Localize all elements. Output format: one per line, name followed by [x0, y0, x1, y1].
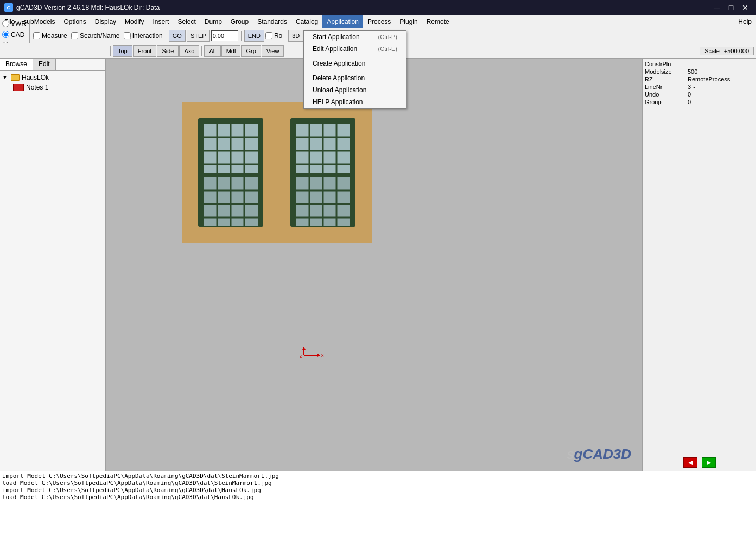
menu-modify[interactable]: Modify	[120, 15, 148, 28]
modelsize-label: Modelsize	[645, 68, 685, 75]
dd-edit-shortcut: (Ctrl-E)	[378, 46, 397, 52]
sep-v1	[110, 46, 111, 56]
menu-display[interactable]: Display	[91, 15, 120, 28]
ro-checkbox[interactable]	[265, 32, 272, 39]
modelsize-value: 500	[688, 68, 697, 75]
radio-vwr[interactable]	[2, 20, 9, 27]
menu-standards[interactable]: Standards	[253, 15, 291, 28]
dd-unload-application[interactable]: Unload Application	[304, 84, 406, 96]
titlebar: G gCAD3D Version 2.46.18 Mdl: HausLOk Di…	[0, 0, 756, 15]
group-value: 0	[688, 99, 691, 105]
axes-svg: z x	[298, 344, 326, 361]
radio-cad-label[interactable]: CAD	[2, 31, 26, 39]
dd-start-application[interactable]: Start Application (Ctrl-P)	[304, 31, 406, 43]
menu-dump[interactable]: Dump	[200, 15, 226, 28]
notes-icon-notes1	[13, 84, 24, 91]
forward-button[interactable]: ▶	[702, 457, 716, 468]
tab-browse[interactable]: Browse	[0, 59, 33, 70]
remoteprocess-label: RemoteProcess	[688, 76, 730, 82]
step-input[interactable]	[211, 30, 238, 41]
measure-checkbox-label[interactable]: Measure	[33, 32, 67, 40]
app-icon: G	[4, 3, 13, 12]
tree-item-notes1[interactable]: Notes 1	[2, 82, 103, 92]
dd-help-application[interactable]: HELP Application	[304, 96, 406, 108]
svg-text:z: z	[300, 353, 302, 359]
view-front-button[interactable]: Front	[133, 45, 157, 57]
title-left: G gCAD3D Version 2.46.18 Mdl: HausLOk Di…	[4, 3, 160, 12]
menu-help[interactable]: Help	[734, 15, 756, 28]
svg-text:x: x	[321, 353, 324, 358]
radio-cad[interactable]	[2, 31, 9, 38]
rpanel-nav-row: ◀ ▶	[645, 457, 754, 468]
viewport-area[interactable]: z x SgCAD3D	[106, 59, 642, 471]
view-mdl-button[interactable]: Mdl	[221, 45, 241, 57]
go-button[interactable]: GO	[169, 30, 186, 42]
right-panel: ConstrPln Modelsize 500 RZ RemoteProcess…	[642, 59, 756, 471]
interaction-checkbox[interactable]	[124, 32, 131, 39]
view-axo-button[interactable]: Axo	[179, 45, 199, 57]
undo-suffix: --------	[693, 91, 709, 98]
dd-create-label: Create Application	[313, 60, 365, 67]
undo-value: 0	[688, 91, 691, 98]
undo-label: Undo	[645, 91, 685, 98]
tab-edit[interactable]: Edit	[33, 59, 56, 70]
dd-unload-label: Unload Application	[313, 86, 366, 94]
application-dropdown: Start Application (Ctrl-P) Edit Applicat…	[303, 30, 406, 109]
dd-edit-application[interactable]: Edit Application (Ctrl-E)	[304, 43, 406, 55]
group-label: Group	[645, 99, 685, 105]
end-button[interactable]: END	[244, 30, 264, 42]
title-controls: ─ □ ✕	[710, 2, 752, 13]
close-button[interactable]: ✕	[739, 2, 752, 13]
view-all-button[interactable]: All	[204, 45, 220, 57]
measure-checkbox[interactable]	[33, 32, 40, 39]
view-grp-button[interactable]: Grp	[241, 45, 261, 57]
menu-application[interactable]: Application	[322, 15, 363, 28]
menu-options[interactable]: Options	[59, 15, 90, 28]
searchname-checkbox-label[interactable]: Search/Name	[71, 32, 119, 40]
menu-insert[interactable]: Insert	[148, 15, 173, 28]
log-line-2: load Model C:\Users\SoftpediaPC\AppData\…	[2, 480, 754, 487]
sep1	[166, 31, 166, 41]
log-line-4: load Model C:\Users\SoftpediaPC\AppData\…	[2, 494, 754, 501]
view-view-button[interactable]: View	[262, 45, 284, 57]
statusbar: import Model C:\Users\SoftpediaPC\AppDat…	[0, 471, 756, 536]
minimize-button[interactable]: ─	[710, 2, 723, 13]
linenr-label: LineNr	[645, 84, 685, 90]
dd-delete-application[interactable]: Delete Application	[304, 72, 406, 84]
folder-icon-hauslok	[11, 74, 20, 81]
dd-sep1	[304, 56, 406, 56]
linenr-suffix: -	[693, 84, 695, 90]
log-line-1: import Model C:\Users\SoftpediaPC\AppDat…	[2, 473, 754, 480]
interaction-checkbox-label[interactable]: Interaction	[124, 32, 163, 40]
menu-remote[interactable]: Remote	[422, 15, 454, 28]
menu-process[interactable]: Process	[363, 15, 395, 28]
btn-3d[interactable]: 3D	[288, 30, 303, 42]
dd-delete-label: Delete Application	[313, 74, 365, 82]
tree-arrow-hauslok: ▼	[2, 74, 9, 81]
maximize-button[interactable]: □	[725, 2, 738, 13]
tree-item-hauslok[interactable]: ▼ HausLOk	[2, 73, 103, 82]
app-title: gCAD3D Version 2.46.18 Mdl: HausLOk Dir:…	[16, 4, 160, 11]
sep3	[285, 31, 285, 41]
dd-sep2	[304, 71, 406, 71]
menu-select[interactable]: Select	[173, 15, 200, 28]
ro-checkbox-label[interactable]: Ro	[265, 32, 282, 40]
rz-label: RZ	[645, 76, 685, 82]
sidebar-resize-handle[interactable]	[105, 59, 107, 408]
radio-vwr-label[interactable]: VWR	[2, 20, 26, 28]
menu-catalog[interactable]: Catalog	[291, 15, 322, 28]
view-side-button[interactable]: Side	[157, 45, 179, 57]
model-view	[182, 102, 372, 243]
constrpln-label: ConstrPln	[645, 61, 685, 67]
rpanel-row-undo: Undo 0 --------	[645, 91, 754, 98]
searchname-checkbox[interactable]	[71, 32, 78, 39]
view-top-button[interactable]: Top	[113, 45, 132, 57]
scale-label: Scale	[704, 48, 720, 54]
menu-group[interactable]: Group	[226, 15, 253, 28]
dd-create-application[interactable]: Create Application	[304, 58, 406, 69]
menu-plugin[interactable]: Plugin	[395, 15, 422, 28]
step-button[interactable]: STEP	[187, 30, 210, 42]
tree-label-notes1: Notes 1	[26, 84, 48, 91]
rpanel-row-constrpln: ConstrPln	[645, 61, 754, 67]
back-button[interactable]: ◀	[683, 457, 697, 468]
